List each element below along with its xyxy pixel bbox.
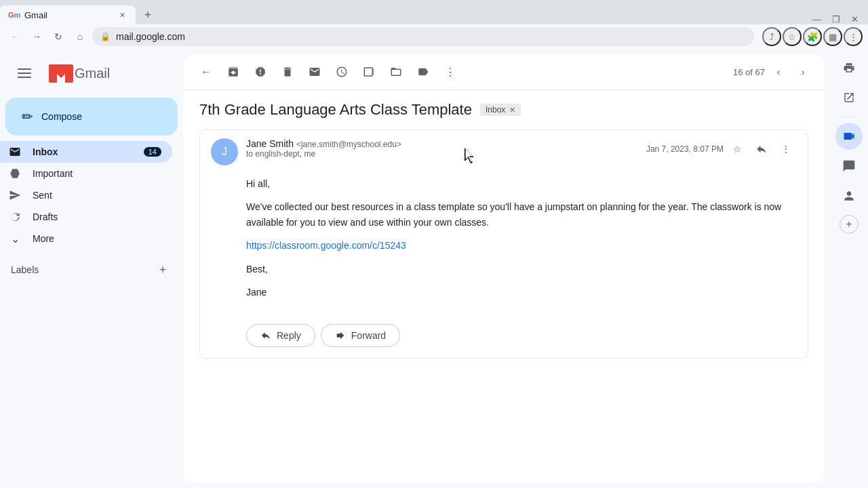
print-button[interactable]	[835, 54, 863, 81]
snooze-button[interactable]	[330, 60, 354, 84]
report-spam-button[interactable]	[248, 60, 273, 84]
app: Gmail ✏ Compose Inbox 14 Important Sent	[0, 49, 868, 488]
tab-end-controls: — ❐ ✕	[808, 14, 868, 24]
add-panel-button[interactable]: +	[840, 215, 859, 234]
sent-label: Sent	[33, 190, 161, 201]
compose-button[interactable]: ✏ Compose	[5, 98, 178, 136]
email-card: J Jane Smith <jane.smith@myschool.edu> t…	[199, 129, 808, 359]
move-to-button[interactable]	[384, 60, 408, 84]
email-date: Jan 7, 2023, 8:07 PM	[646, 144, 724, 154]
sender-name: Jane Smith	[246, 138, 294, 149]
browser-chrome: Gm Gmail ✕ + — ❐ ✕ ← → ↻ ⌂ 🔒 mail.google…	[0, 0, 868, 49]
sidebar-icon[interactable]: ▦	[823, 27, 842, 46]
email-body: Hi all, We've collected our best resourc…	[200, 174, 808, 319]
svg-rect-2	[18, 77, 31, 78]
reply-button-label: Reply	[277, 330, 301, 341]
sidebar-item-important[interactable]: Important	[0, 163, 172, 184]
sidebar: Gmail ✏ Compose Inbox 14 Important Sent	[0, 49, 183, 488]
tab-bar: Gm Gmail ✕ + — ❐ ✕	[0, 0, 868, 24]
body-name: Jane	[246, 285, 797, 300]
expand-more-icon: ⌄	[8, 232, 22, 245]
drafts-label: Drafts	[33, 211, 161, 222]
contacts-button[interactable]	[835, 182, 863, 209]
chat-button[interactable]	[835, 152, 863, 180]
avatar: J	[211, 138, 238, 165]
pagination-info: 16 of 67 ‹ ›	[733, 61, 814, 83]
browser-actions: ⤴ ☆ 🧩 ▦ ⋮	[762, 27, 863, 46]
browser-nav: ← → ↻ ⌂ 🔒 mail.google.com ⤴ ☆ 🧩 ▦ ⋮	[0, 24, 868, 49]
meet-button[interactable]	[835, 123, 863, 150]
forward-button[interactable]: Forward	[321, 324, 400, 347]
back-button[interactable]: ←	[5, 27, 24, 46]
hamburger-button[interactable]	[11, 60, 38, 87]
open-new-window-button[interactable]	[835, 84, 863, 111]
minimize-icon[interactable]: —	[808, 14, 825, 24]
more-label: More	[33, 233, 161, 244]
right-panel: +	[830, 49, 868, 488]
bookmark-icon[interactable]: ☆	[783, 27, 802, 46]
back-to-inbox-button[interactable]: ←	[194, 60, 218, 84]
inbox-badge-remove[interactable]: ✕	[509, 106, 515, 115]
inbox-icon	[8, 146, 22, 158]
sidebar-item-inbox[interactable]: Inbox 14	[0, 141, 172, 163]
email-header-actions: Jan 7, 2023, 8:07 PM ☆ ⋮	[646, 138, 797, 160]
sent-icon	[8, 189, 22, 201]
archive-button[interactable]	[221, 60, 245, 84]
sidebar-item-more[interactable]: ⌄ More	[0, 228, 172, 249]
lock-icon: 🔒	[100, 32, 111, 41]
email-subject-row: 7th Grade Language Arts Class Template I…	[199, 101, 808, 119]
tab-close-button[interactable]: ✕	[117, 9, 127, 20]
reply-button[interactable]: Reply	[246, 324, 315, 347]
refresh-button[interactable]: ↻	[49, 27, 68, 46]
new-tab-button[interactable]: +	[138, 5, 157, 24]
svg-rect-1	[18, 73, 31, 74]
inbox-badge: 14	[144, 147, 161, 157]
svg-rect-0	[18, 68, 31, 70]
mark-unread-button[interactable]	[302, 60, 327, 84]
active-tab[interactable]: Gm Gmail ✕	[0, 5, 136, 24]
more-icon[interactable]: ⋮	[844, 27, 863, 46]
body-greeting: Hi all,	[246, 176, 797, 191]
forward-button-label: Forward	[351, 330, 386, 341]
compose-label: Compose	[41, 111, 82, 122]
gmail-logo: Gmail	[49, 64, 110, 83]
email-toolbar: ← ⋮	[183, 54, 825, 90]
next-email-button[interactable]: ›	[792, 61, 814, 83]
drafts-icon	[8, 211, 22, 223]
inbox-label: Inbox	[33, 146, 133, 157]
main-content: ← ⋮	[183, 54, 825, 483]
sidebar-item-drafts[interactable]: Drafts	[0, 206, 172, 228]
delete-button[interactable]	[275, 60, 300, 84]
home-button[interactable]: ⌂	[71, 27, 90, 46]
gmail-text: Gmail	[75, 66, 110, 81]
share-icon[interactable]: ⤴	[762, 27, 781, 46]
body-link[interactable]: https://classroom.google.com/c/15243	[246, 240, 406, 251]
important-label: Important	[33, 168, 161, 179]
forward-button[interactable]: →	[27, 27, 46, 46]
pagination-text: 16 of 67	[733, 67, 765, 77]
tab-favicon: Gm	[8, 9, 19, 20]
more-email-options[interactable]: ⋮	[775, 138, 797, 160]
close-icon[interactable]: ✕	[847, 14, 863, 24]
address-bar[interactable]: 🔒 mail.google.com	[92, 27, 754, 46]
reply-icon-button[interactable]	[751, 138, 772, 160]
compose-icon: ✏	[22, 108, 33, 125]
sidebar-header: Gmail	[0, 54, 183, 98]
prev-email-button[interactable]: ‹	[768, 61, 789, 83]
labels-section: Labels +	[0, 255, 183, 285]
more-options-button[interactable]: ⋮	[438, 60, 462, 84]
email-reply-forward-area: Reply Forward	[200, 319, 808, 358]
inbox-badge: Inbox ✕	[480, 104, 521, 116]
restore-icon[interactable]: ❐	[828, 14, 844, 24]
sidebar-item-sent[interactable]: Sent	[0, 184, 172, 206]
add-to-tasks-button[interactable]	[357, 60, 381, 84]
add-label-button[interactable]: +	[153, 260, 172, 279]
tab-title: Gmail	[24, 10, 111, 20]
body-sign-off: Best,	[246, 262, 797, 277]
email-view: 7th Grade Language Arts Class Template I…	[183, 90, 825, 483]
extensions-icon[interactable]: 🧩	[803, 27, 822, 46]
label-as-button[interactable]	[411, 60, 435, 84]
star-button[interactable]: ☆	[726, 138, 748, 160]
sender-name-row: Jane Smith <jane.smith@myschool.edu>	[246, 138, 638, 149]
right-panel-divider	[840, 117, 859, 117]
